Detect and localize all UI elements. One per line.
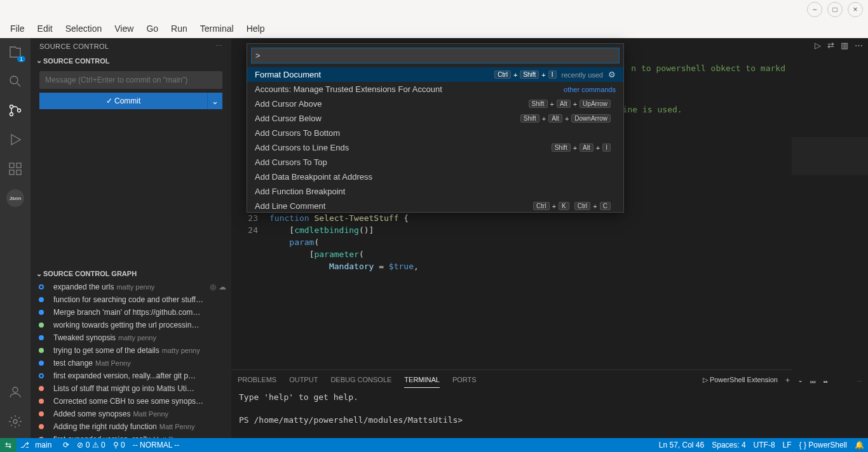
graph-commit-row[interactable]: first expanded version, really...after g… (31, 369, 231, 382)
graph-commit-row[interactable]: test changeMatt Penny (31, 357, 231, 369)
svg-point-1 (10, 105, 13, 109)
json-icon[interactable]: Json (6, 189, 24, 207)
commit-dropdown[interactable]: ⌄ (207, 93, 222, 109)
gear-icon[interactable]: ⚙ (608, 70, 616, 79)
svg-point-3 (18, 109, 21, 112)
chevron-down-icon: ⌄ (34, 270, 43, 278)
palette-item[interactable]: Add Data Breakpoint at Address (247, 170, 623, 184)
sidebar-title-label: SOURCE CONTROL (39, 43, 109, 50)
eol-status[interactable]: LF (779, 441, 796, 449)
indentation-status[interactable]: Spaces: 4 (708, 441, 749, 449)
code-comment-tail: n to powershell obkect to markd (631, 67, 785, 74)
sync-status[interactable]: ⟳ (59, 441, 73, 449)
commit-message-input[interactable] (39, 71, 222, 89)
problems-status[interactable]: ⊘ 0 ⚠ 0 (73, 441, 109, 449)
panel-tab-terminal[interactable]: TERMINAL (404, 372, 440, 388)
accounts-icon[interactable] (6, 383, 24, 401)
graph-commit-row[interactable]: Adding the right ruddy functionMatt Penn… (31, 420, 231, 433)
window-titlebar: − □ × (0, 0, 868, 19)
more-icon[interactable]: ⋯ (855, 41, 863, 50)
scm-graph-label: SOURCE CONTROL GRAPH (43, 270, 137, 277)
graph-commit-row[interactable]: working towards getting the url processi… (31, 319, 231, 331)
palette-item[interactable]: Add Cursors to Line EndsShift+Alt+I (247, 140, 623, 155)
menu-file[interactable]: File (4, 21, 31, 36)
terminal-profile[interactable]: ▷ PowerShell Extension (703, 372, 778, 388)
sidebar: SOURCE CONTROL ⋯ ⌄ SOURCE CONTROL ✓ Comm… (31, 38, 231, 438)
encoding-status[interactable]: UTF-8 (750, 441, 779, 449)
svg-rect-4 (10, 163, 14, 168)
commit-button[interactable]: ✓ Commit (39, 93, 207, 109)
palette-item[interactable]: Add Cursors To Top (247, 155, 623, 170)
terminal-body[interactable]: Type 'help' to get help. PS /home/matty/… (231, 389, 868, 438)
search-icon[interactable] (6, 72, 24, 90)
close-button[interactable]: × (848, 2, 863, 17)
panel-tab-ports[interactable]: PORTS (452, 372, 477, 387)
panel-tab-output[interactable]: OUTPUT (289, 372, 318, 387)
palette-item[interactable]: Add Line CommentCtrl+K Ctrl+C (247, 199, 623, 212)
settings-gear-icon[interactable] (6, 413, 24, 430)
palette-item[interactable]: Add Function Breakpoint (247, 184, 623, 199)
bottom-panel: PROBLEMSOUTPUTDEBUG CONSOLETERMINALPORTS… (231, 369, 868, 438)
scm-section-label: SOURCE CONTROL (43, 57, 110, 65)
scm-graph: expanded the urlsmatty penny ◎☁ function… (31, 281, 231, 439)
language-status[interactable]: { } PowerShell (796, 441, 851, 449)
history-icon[interactable]: ◎ (210, 282, 216, 291)
cloud-icon[interactable]: ☁ (219, 282, 226, 291)
graph-commit-row[interactable]: Corrected some CBH to see some synops… (31, 395, 231, 408)
minimap[interactable] (792, 67, 868, 381)
svg-point-9 (13, 420, 17, 423)
extensions-icon[interactable] (6, 160, 24, 178)
explorer-icon[interactable]: 1 (6, 43, 24, 61)
split-editor-icon[interactable]: ▥ (841, 41, 848, 50)
svg-rect-7 (17, 170, 21, 175)
cursor-position[interactable]: Ln 57, Col 46 (655, 441, 708, 449)
scm-graph-header[interactable]: ⌄ SOURCE CONTROL GRAPH (31, 267, 231, 281)
graph-commit-row[interactable]: first expanded version, reallyMatt Penny (31, 433, 231, 439)
graph-commit-row[interactable]: trying to get some of the detailsmatty p… (31, 344, 231, 357)
graph-commit-row[interactable]: Merge branch 'main' of https://github.co… (31, 306, 231, 319)
panel-tab-debug-console[interactable]: DEBUG CONSOLE (330, 372, 391, 387)
menu-go[interactable]: Go (140, 21, 165, 36)
palette-item[interactable]: Format DocumentCtrl+Shift+Irecently used… (247, 67, 623, 82)
run-icon[interactable]: ▷ (815, 41, 821, 50)
menu-run[interactable]: Run (165, 21, 194, 36)
chevron-down-icon: ⌄ (34, 56, 43, 65)
ports-status[interactable]: ⚲ 0 (109, 441, 129, 449)
statusbar: ⇆ ⎇ main ⟳ ⊘ 0 ⚠ 0 ⚲ 0 -- NORMAL -- Ln 5… (0, 438, 868, 452)
menu-edit[interactable]: Edit (31, 21, 59, 36)
remote-button[interactable]: ⇆ (0, 438, 17, 452)
graph-commit-row[interactable]: Added some synopsesMatt Penny (31, 408, 231, 420)
run-debug-icon[interactable] (6, 131, 24, 149)
svg-point-2 (10, 113, 13, 116)
palette-item[interactable]: Add Cursor AboveShift+Alt+UpArrow (247, 96, 623, 111)
command-palette-input[interactable] (251, 48, 620, 63)
panel-tab-problems[interactable]: PROBLEMS (238, 372, 276, 387)
menu-help[interactable]: Help (240, 21, 271, 36)
palette-item[interactable]: Add Cursors To Bottom (247, 126, 623, 140)
graph-commit-row[interactable]: function for searching code and other st… (31, 293, 231, 306)
svg-point-8 (13, 387, 18, 392)
sidebar-more-icon[interactable]: ⋯ (215, 42, 222, 50)
graph-commit-row[interactable]: expanded the urlsmatty penny ◎☁ (31, 281, 231, 293)
explorer-badge: 1 (17, 56, 25, 62)
diff-icon[interactable]: ⇄ (827, 41, 834, 50)
minimize-button[interactable]: − (807, 2, 822, 17)
graph-commit-row[interactable]: Lists of stuff that might go into Matts … (31, 382, 231, 395)
palette-item[interactable]: Add Cursor BelowShift+Alt+DownArrow (247, 111, 623, 126)
scm-section-header[interactable]: ⌄ SOURCE CONTROL (31, 54, 231, 67)
terminal-new-icon[interactable]: ＋ (784, 371, 791, 389)
maximize-button[interactable]: □ (827, 2, 843, 17)
menubar: File Edit Selection View Go Run Terminal… (0, 19, 868, 38)
source-control-icon[interactable] (6, 102, 24, 119)
menu-view[interactable]: View (108, 21, 140, 36)
command-palette: Format DocumentCtrl+Shift+Irecently used… (247, 43, 624, 213)
palette-item[interactable]: Accounts: Manage Trusted Extensions For … (247, 82, 623, 96)
activity-bar: 1 Json (0, 38, 31, 438)
svg-point-0 (10, 76, 18, 84)
menu-terminal[interactable]: Terminal (194, 21, 240, 36)
graph-commit-row[interactable]: Tweaked synopsismatty penny (31, 331, 231, 344)
vim-mode-status: -- NORMAL -- (129, 441, 184, 449)
notifications-icon[interactable]: 🔔 (851, 441, 868, 449)
branch-status[interactable]: ⎇ main (17, 441, 59, 449)
menu-selection[interactable]: Selection (59, 21, 109, 36)
